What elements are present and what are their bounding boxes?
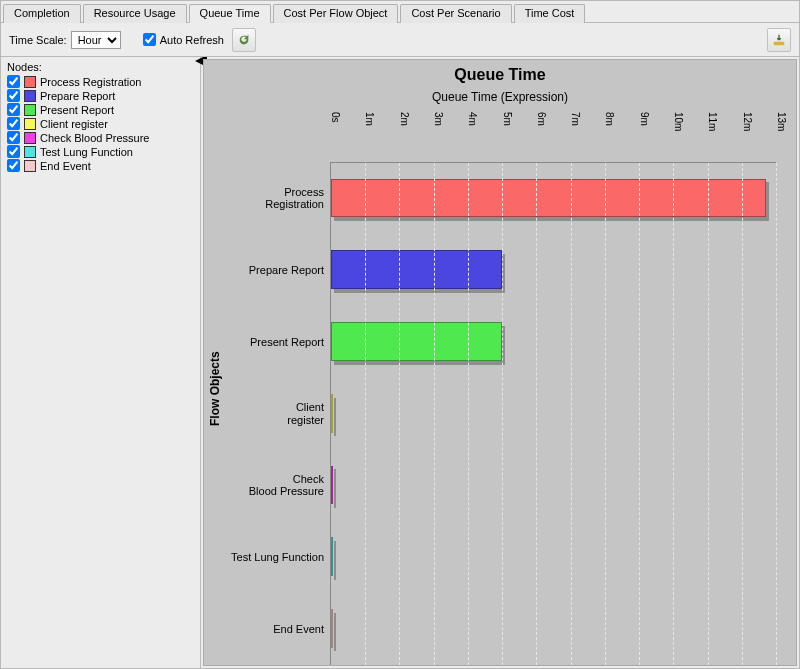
y-category-label: Test Lung Function — [226, 521, 330, 593]
refresh-button[interactable] — [232, 28, 256, 52]
content-body: Nodes: Process RegistrationPrepare Repor… — [1, 57, 799, 668]
x-tick-label: 8m — [604, 112, 615, 126]
bar-slot — [331, 450, 776, 522]
gridline — [605, 163, 606, 665]
gridline — [365, 163, 366, 665]
node-label: End Event — [40, 160, 91, 172]
nodes-sidebar: Nodes: Process RegistrationPrepare Repor… — [1, 57, 201, 668]
chart-subtitle: Queue Time (Expression) — [204, 90, 796, 112]
bar — [331, 466, 333, 505]
node-label: Process Registration — [40, 76, 142, 88]
bar-slot — [331, 235, 776, 307]
auto-refresh-checkbox[interactable] — [143, 33, 156, 46]
gridline — [434, 163, 435, 665]
bar-slot — [331, 163, 776, 235]
export-icon — [772, 33, 786, 47]
tab-time-cost[interactable]: Time Cost — [514, 4, 586, 23]
time-scale-select[interactable]: Hour — [71, 31, 121, 49]
node-label: Client register — [40, 118, 108, 130]
time-scale-label: Time Scale: — [9, 34, 67, 46]
chart-plot — [330, 162, 776, 665]
node-color-swatch — [24, 104, 36, 116]
gridline — [708, 163, 709, 665]
auto-refresh-label: Auto Refresh — [160, 34, 224, 46]
node-row: End Event — [7, 159, 194, 172]
x-tick-label: 10m — [673, 112, 684, 131]
nodes-title: Nodes: — [7, 61, 194, 73]
node-color-swatch — [24, 146, 36, 158]
x-tick-label: 5m — [502, 112, 513, 126]
chart-title: Queue Time — [204, 60, 796, 90]
tab-completion[interactable]: Completion — [3, 4, 81, 23]
bar — [331, 250, 502, 289]
x-tick-label: 7m — [570, 112, 581, 126]
y-category-label: Process Registration — [226, 162, 330, 234]
tab-resource-usage[interactable]: Resource Usage — [83, 4, 187, 23]
bar-slot — [331, 306, 776, 378]
node-row: Prepare Report — [7, 89, 194, 102]
gridline — [536, 163, 537, 665]
gridline — [502, 163, 503, 665]
tab-strip: CompletionResource UsageQueue TimeCost P… — [1, 1, 799, 23]
node-color-swatch — [24, 90, 36, 102]
x-tick-label: 4m — [467, 112, 478, 126]
gridline — [468, 163, 469, 665]
node-row: Process Registration — [7, 75, 194, 88]
x-tick-label: 12m — [742, 112, 753, 131]
y-category-label: Prepare Report — [226, 234, 330, 306]
y-category-label: Clientregister — [226, 378, 330, 450]
x-tick-label: 0s — [330, 112, 341, 123]
bar — [331, 179, 766, 218]
x-tick-label: 1m — [364, 112, 375, 126]
bar — [331, 609, 333, 648]
node-color-swatch — [24, 132, 36, 144]
node-label: Present Report — [40, 104, 114, 116]
node-checkbox[interactable] — [7, 159, 20, 172]
bar — [331, 394, 333, 433]
tab-queue-time[interactable]: Queue Time — [189, 4, 271, 23]
node-checkbox[interactable] — [7, 89, 20, 102]
y-axis-label: Flow Objects — [204, 112, 226, 665]
node-checkbox[interactable] — [7, 103, 20, 116]
x-tick-label: 9m — [639, 112, 650, 126]
node-label: Test Lung Function — [40, 146, 133, 158]
node-color-swatch — [24, 118, 36, 130]
gridline — [571, 163, 572, 665]
x-tick-label: 6m — [536, 112, 547, 126]
bar-slot — [331, 522, 776, 594]
bar-slot — [331, 593, 776, 665]
svg-rect-0 — [774, 41, 785, 45]
tab-cost-per-scenario[interactable]: Cost Per Scenario — [400, 4, 511, 23]
node-color-swatch — [24, 160, 36, 172]
bar-slot — [331, 378, 776, 450]
node-row: Present Report — [7, 103, 194, 116]
chart-area: Queue Time Queue Time (Expression) Flow … — [203, 59, 797, 666]
node-color-swatch — [24, 76, 36, 88]
bar — [331, 322, 502, 361]
toolbar: Time Scale: Hour Auto Refresh — [1, 23, 799, 57]
gridline — [639, 163, 640, 665]
tab-cost-per-flow-object[interactable]: Cost Per Flow Object — [273, 4, 399, 23]
node-checkbox[interactable] — [7, 145, 20, 158]
y-category-label: CheckBlood Pressure — [226, 449, 330, 521]
y-category-label: End Event — [226, 593, 330, 665]
node-checkbox[interactable] — [7, 75, 20, 88]
export-button[interactable] — [767, 28, 791, 52]
y-category-label: Present Report — [226, 306, 330, 378]
refresh-icon — [237, 33, 251, 47]
gridline — [673, 163, 674, 665]
x-tick-label: 3m — [433, 112, 444, 126]
node-checkbox[interactable] — [7, 131, 20, 144]
bar — [331, 537, 333, 576]
node-row: Check Blood Pressure — [7, 131, 194, 144]
gridline — [399, 163, 400, 665]
gridline — [742, 163, 743, 665]
node-row: Client register — [7, 117, 194, 130]
node-label: Prepare Report — [40, 90, 115, 102]
node-row: Test Lung Function — [7, 145, 194, 158]
node-label: Check Blood Pressure — [40, 132, 149, 144]
app-window: CompletionResource UsageQueue TimeCost P… — [0, 0, 800, 669]
x-tick-label: 2m — [399, 112, 410, 126]
x-tick-label: 11m — [707, 112, 718, 131]
node-checkbox[interactable] — [7, 117, 20, 130]
